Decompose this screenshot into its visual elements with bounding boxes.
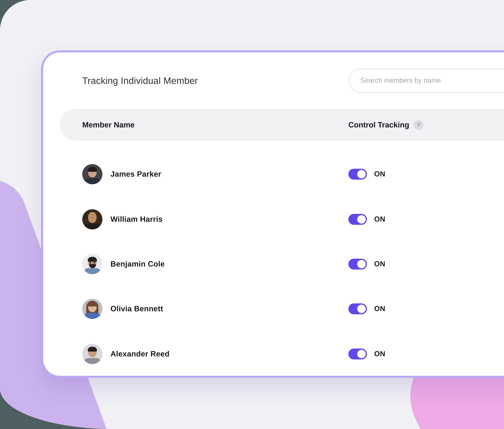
background: Tracking Individual Member Member Name C… bbox=[0, 0, 504, 429]
avatar-hair-top-icon bbox=[88, 347, 97, 352]
avatar-hair-top-icon bbox=[88, 167, 97, 172]
avatar bbox=[82, 209, 102, 229]
member-name: Olivia Bennett bbox=[110, 304, 163, 313]
toggle-knob bbox=[357, 170, 366, 179]
avatar-face-icon bbox=[88, 212, 97, 223]
table-header: Member Name Control Tracking ? bbox=[60, 109, 504, 141]
member-row: Olivia Bennett ON bbox=[82, 299, 504, 319]
avatar bbox=[82, 164, 102, 184]
toggle-knob bbox=[357, 305, 366, 313]
member-row: Benjamin Cole ON bbox=[82, 254, 504, 274]
toggle-knob bbox=[357, 260, 366, 268]
member-row: James Parker ON bbox=[82, 164, 504, 184]
toggle-state-label: ON bbox=[374, 170, 385, 179]
help-icon[interactable]: ? bbox=[414, 120, 423, 130]
tracking-toggle[interactable] bbox=[348, 304, 367, 314]
search-bar bbox=[349, 69, 504, 93]
avatar bbox=[82, 254, 102, 274]
toggle-state-label: ON bbox=[374, 215, 385, 223]
avatar bbox=[82, 344, 102, 364]
avatar bbox=[82, 299, 102, 319]
member-name: William Harris bbox=[110, 215, 162, 224]
tracking-toggle[interactable] bbox=[348, 259, 367, 269]
toggle-knob bbox=[357, 215, 366, 223]
column-member-name: Member Name bbox=[82, 109, 135, 141]
avatar-hair-top-icon bbox=[87, 302, 97, 306]
avatar-shirt-icon bbox=[84, 358, 101, 364]
avatar-shirt-icon bbox=[84, 223, 101, 229]
member-row: William Harris ON bbox=[82, 209, 504, 229]
member-name: James Parker bbox=[110, 170, 161, 179]
column-control-tracking: Control Tracking bbox=[348, 120, 409, 129]
toggle-knob bbox=[357, 350, 366, 358]
member-row: Alexander Reed ON bbox=[82, 344, 504, 364]
avatar-shirt-icon bbox=[84, 268, 101, 274]
search-input[interactable] bbox=[350, 69, 504, 92]
tracking-toggle[interactable] bbox=[348, 214, 367, 225]
avatar-shirt-icon bbox=[84, 178, 101, 184]
toggle-state-label: ON bbox=[374, 260, 385, 268]
toggle-state-label: ON bbox=[374, 305, 385, 313]
avatar-shirt-icon bbox=[84, 313, 101, 319]
member-name: Benjamin Cole bbox=[110, 260, 165, 268]
avatar-hair-top-icon bbox=[88, 257, 97, 262]
tracking-card: Tracking Individual Member Member Name C… bbox=[41, 50, 504, 378]
tracking-toggle[interactable] bbox=[348, 349, 367, 359]
page: Tracking Individual Member Member Name C… bbox=[0, 0, 504, 429]
page-title: Tracking Individual Member bbox=[82, 69, 198, 93]
tracking-toggle[interactable] bbox=[348, 169, 367, 180]
member-name: Alexander Reed bbox=[110, 349, 170, 358]
toggle-state-label: ON bbox=[374, 350, 385, 358]
